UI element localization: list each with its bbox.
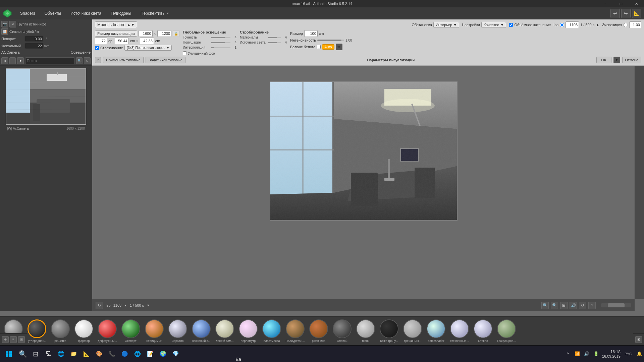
hemisphere-slider[interactable] — [211, 42, 230, 43]
iso-radio[interactable] — [560, 23, 564, 27]
material-item-5[interactable]: Эксперт — [119, 319, 142, 343]
ok-arrow-icon[interactable]: ▼ — [613, 57, 620, 63]
precision-slider[interactable] — [211, 37, 230, 38]
search-input[interactable] — [25, 57, 75, 64]
apply-typical-button[interactable]: Применить типовые — [103, 57, 144, 63]
material-item-10[interactable]: перламутр — [237, 319, 260, 343]
exposure-value-input[interactable] — [629, 21, 641, 28]
taskbar-search[interactable]: 🔍 — [17, 348, 29, 360]
render-size-dropdown[interactable]: Размер визуализации — [95, 31, 137, 37]
set-typical-button[interactable]: Задать как типовые — [146, 57, 185, 63]
render-refresh-icon[interactable]: ↻ — [96, 302, 103, 309]
improved-bg-checkbox[interactable] — [183, 51, 187, 55]
render-height-input[interactable] — [157, 30, 171, 37]
materials-slider[interactable] — [268, 37, 281, 38]
page-view-icon[interactable]: ⊠ — [635, 336, 642, 343]
dpi-input[interactable] — [95, 38, 107, 44]
volume-icon[interactable]: 🔊 — [570, 302, 577, 309]
add-item-icon[interactable]: ⊕ — [1, 57, 8, 64]
material-item-17[interactable]: трещины к... — [401, 319, 424, 343]
tray-network[interactable]: 📶 — [574, 351, 581, 357]
camera-icon[interactable]: 📷 — [1, 21, 8, 27]
tray-notifications[interactable]: 🔔 — [636, 351, 643, 357]
ok-button[interactable]: ОК — [596, 57, 611, 63]
material-item-20[interactable]: Стекло — [472, 319, 494, 343]
taskbar-clock[interactable]: 16:18 16.09.2019 — [602, 350, 621, 358]
eyedropper-icon[interactable]: ✏ — [336, 44, 342, 50]
material-item-16[interactable]: Кожа грану... — [378, 319, 400, 343]
lock-icon[interactable]: 🔒 — [173, 30, 179, 37]
material-item-8[interactable]: неоновый с... — [190, 319, 213, 343]
search-icon[interactable]: 🔍 — [76, 57, 83, 64]
smoothing-checkbox[interactable] — [95, 46, 99, 50]
cm2-input[interactable] — [140, 38, 154, 44]
taskbar-app-browser[interactable]: 🌐 — [55, 348, 67, 360]
model-dropdown[interactable]: Модель белого ▲▼ — [95, 21, 137, 28]
material-item-11[interactable]: пластмасса — [260, 319, 283, 343]
page-next-icon[interactable]: ≡ — [10, 336, 17, 343]
quality-dropdown[interactable]: Качество ▼ — [481, 22, 506, 28]
taskbar-app-6[interactable]: 📝 — [144, 348, 156, 360]
taskbar-app-7[interactable]: 🌍 — [157, 348, 169, 360]
white-balance-checkbox[interactable] — [317, 45, 321, 49]
minimize-button[interactable]: − — [598, 0, 613, 7]
menu-perspectives[interactable]: Перспективы ▼ — [137, 10, 173, 17]
shutter-down-arrow[interactable]: ▼ — [147, 304, 150, 307]
material-item-12[interactable]: Полиуретан... — [284, 319, 307, 343]
fit-icon[interactable]: ⊞ — [560, 302, 568, 309]
material-item-18[interactable]: bottleshader — [425, 319, 447, 343]
focal-input[interactable] — [25, 43, 43, 49]
view-toggle-icon[interactable]: 👁 — [17, 57, 24, 64]
info-icon[interactable]: ? — [588, 302, 596, 309]
maximize-button[interactable]: □ — [613, 0, 629, 7]
help-button[interactable]: ? — [95, 57, 101, 63]
environment-dropdown[interactable]: Интерьер ▼ — [433, 22, 459, 28]
start-button[interactable] — [1, 347, 16, 361]
zoom-out-icon[interactable]: 🔍 — [541, 302, 549, 309]
remove-item-icon[interactable]: − — [9, 57, 16, 64]
taskbar-app-archicad[interactable]: 🏗 — [42, 348, 54, 360]
auto-button[interactable]: Auto — [322, 44, 334, 50]
tray-volume[interactable]: 🔊 — [583, 351, 590, 357]
cm1-input[interactable] — [115, 38, 129, 44]
material-item-21[interactable]: Гранулиров... — [495, 319, 518, 343]
close-button[interactable]: ✕ — [629, 0, 644, 7]
material-item-4[interactable]: диффузный... — [96, 319, 119, 343]
material-item-13[interactable]: ржавчина — [307, 319, 330, 343]
material-item-6[interactable]: невидимый — [143, 319, 166, 343]
taskbar-app-artlantis[interactable]: 💎 — [170, 348, 182, 360]
shutter-arrow[interactable]: ▲ — [596, 23, 599, 27]
tray-arrow[interactable]: ^ — [565, 351, 571, 357]
camera-thumbnail[interactable] — [6, 68, 86, 125]
sun-icon[interactable]: ☀ — [9, 21, 16, 27]
iso-value-input[interactable] — [566, 21, 579, 28]
menu-objects[interactable]: Объекты — [41, 10, 65, 17]
material-item-19[interactable]: стеклянные... — [448, 319, 471, 343]
taskbar-app-3[interactable]: 📞 — [106, 348, 118, 360]
light-sources-slider[interactable] — [268, 42, 281, 43]
menu-light-sources[interactable]: Источники света — [66, 10, 105, 17]
interpolation-slider[interactable] — [211, 47, 230, 48]
page-prev-icon[interactable]: ⊕ — [2, 336, 9, 343]
exposure-radio[interactable] — [624, 23, 628, 27]
toolbar-btn-1[interactable]: ↩ — [610, 9, 620, 18]
material-item-9[interactable]: легкий сам... — [213, 319, 236, 343]
rotation-input[interactable] — [25, 36, 43, 42]
page-list-icon[interactable]: ⊞ — [18, 336, 25, 343]
smoothing-dropdown[interactable]: (3x3) Постоянная скорос ▼ — [124, 45, 172, 51]
shutter-up-arrow[interactable]: ▲ — [124, 304, 127, 307]
tray-battery[interactable]: 🔋 — [593, 351, 599, 357]
reset-icon[interactable]: ↺ — [579, 302, 586, 309]
menu-shaders[interactable]: Shaders — [16, 10, 39, 17]
material-item-1[interactable]: углеродног... — [25, 319, 48, 343]
taskbar-app-5[interactable]: 🌐 — [131, 348, 144, 360]
volumetric-checkbox[interactable] — [509, 23, 513, 27]
viewport-scrollbar[interactable] — [601, 303, 631, 307]
material-item-7[interactable]: Зеркало — [166, 319, 189, 343]
taskbar-app-1[interactable]: 📐 — [80, 348, 93, 360]
material-item-3[interactable]: фарфор — [72, 319, 95, 343]
size-input[interactable] — [304, 30, 318, 37]
glass-icon[interactable]: 🪟 — [1, 28, 8, 35]
taskbar-app-4[interactable]: 🔵 — [119, 348, 131, 360]
menu-heliodons[interactable]: Гелиодоны — [107, 10, 135, 17]
